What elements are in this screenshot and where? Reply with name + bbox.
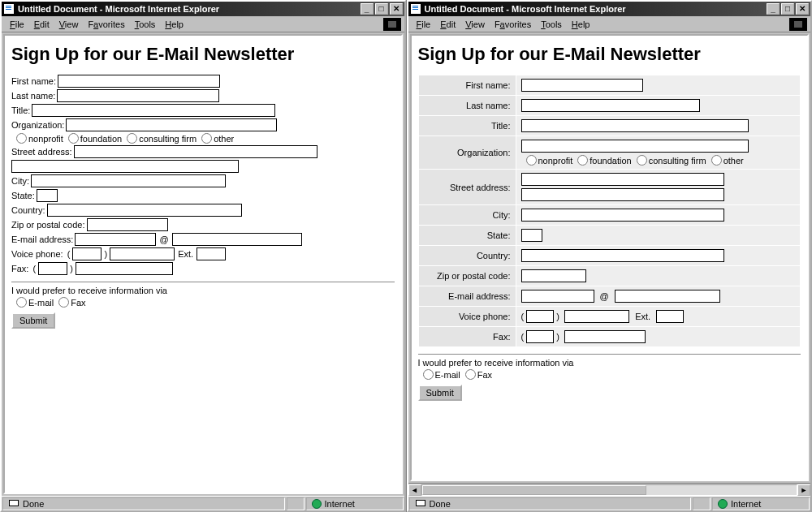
minimize-button[interactable]: _ — [361, 3, 374, 15]
zone-text: Internet — [325, 499, 355, 509]
first-name-input[interactable] — [58, 75, 220, 88]
menu-file[interactable]: File — [412, 19, 436, 30]
label-last-name: Last name: — [418, 96, 516, 116]
organization-input[interactable] — [521, 140, 749, 153]
street-input-2[interactable] — [521, 188, 724, 201]
scroll-track[interactable] — [421, 484, 798, 496]
fax-area-input[interactable] — [526, 330, 554, 343]
radio-pref-fax[interactable] — [58, 297, 69, 308]
submit-button[interactable]: Submit — [418, 385, 462, 401]
city-input[interactable] — [31, 174, 226, 187]
fax-area-input[interactable] — [38, 262, 67, 275]
menu-help[interactable]: Help — [567, 19, 595, 30]
fax-num-input[interactable] — [76, 262, 173, 275]
fax-num-input[interactable] — [564, 330, 646, 343]
org-type-group: nonprofit foundation consulting firm oth… — [11, 133, 395, 144]
horizontal-scrollbar[interactable]: ◄ ► — [408, 483, 811, 496]
menu-tools[interactable]: Tools — [130, 19, 161, 30]
email-user-input[interactable] — [75, 233, 156, 246]
zip-input[interactable] — [87, 218, 168, 231]
radio-pref-fax-label: Fax — [71, 298, 85, 308]
zip-input[interactable] — [521, 269, 586, 282]
label-fax: Fax: — [11, 264, 28, 273]
menu-view[interactable]: View — [460, 19, 490, 30]
radio-pref-email[interactable] — [16, 297, 27, 308]
titlebar[interactable]: Untitled Document - Microsoft Internet E… — [408, 2, 811, 16]
radio-pref-email-label: E-mail — [28, 298, 54, 308]
menu-tools[interactable]: Tools — [536, 19, 567, 30]
close-button[interactable]: ✕ — [390, 3, 403, 15]
radio-nonprofit[interactable] — [526, 155, 537, 166]
status-text: Done — [23, 499, 44, 509]
menu-view[interactable]: View — [54, 19, 84, 30]
state-input[interactable] — [37, 189, 58, 202]
submit-button[interactable]: Submit — [11, 312, 55, 329]
label-voice: Voice phone: — [11, 249, 63, 259]
voice-area-input[interactable] — [526, 310, 554, 323]
first-name-input[interactable] — [521, 79, 643, 92]
voice-num-input[interactable] — [564, 310, 629, 323]
menubar: File Edit View Favorites Tools Help — [408, 16, 811, 32]
page-icon — [415, 499, 426, 509]
close-button[interactable]: ✕ — [796, 3, 809, 15]
state-input[interactable] — [521, 229, 542, 242]
page-content: Sign Up for our E-Mail Newsletter First … — [410, 34, 810, 481]
scroll-left-button[interactable]: ◄ — [408, 484, 421, 496]
organization-input[interactable] — [66, 118, 277, 131]
voice-ext-input[interactable] — [656, 310, 684, 323]
label-organization: Organization: — [418, 136, 516, 170]
window-title: Untitled Document - Microsoft Internet E… — [18, 4, 361, 14]
radio-nonprofit[interactable] — [16, 133, 27, 144]
scroll-thumb[interactable] — [422, 485, 647, 495]
label-first-name: First name: — [11, 76, 56, 86]
minimize-button[interactable]: _ — [767, 3, 780, 15]
radio-foundation[interactable] — [68, 133, 79, 144]
last-name-input[interactable] — [521, 99, 700, 112]
street-input-1[interactable] — [74, 145, 317, 158]
email-at: @ — [159, 234, 168, 244]
titlebar[interactable]: Untitled Document - Microsoft Internet E… — [2, 2, 404, 16]
radio-other[interactable] — [711, 155, 722, 166]
menu-favorites[interactable]: Favorites — [490, 19, 536, 30]
email-domain-input[interactable] — [172, 233, 302, 246]
city-input[interactable] — [521, 209, 724, 222]
title-input[interactable] — [521, 119, 749, 132]
scroll-right-button[interactable]: ► — [797, 484, 810, 496]
radio-pref-fax[interactable] — [465, 369, 476, 380]
street-input-2[interactable] — [11, 160, 239, 173]
maximize-button[interactable]: □ — [375, 3, 388, 15]
label-city: City: — [11, 176, 29, 186]
label-ext: Ext. — [178, 249, 193, 259]
voice-num-input[interactable] — [110, 247, 175, 260]
menu-favorites[interactable]: Favorites — [83, 19, 129, 30]
menu-edit[interactable]: Edit — [29, 19, 54, 30]
street-input-1[interactable] — [521, 173, 724, 186]
window-left: Untitled Document - Microsoft Internet E… — [0, 0, 406, 512]
paren-open: ( — [65, 249, 73, 259]
radio-other[interactable] — [201, 133, 212, 144]
voice-area-input[interactable] — [72, 247, 102, 260]
country-input[interactable] — [521, 249, 724, 262]
voice-ext-input[interactable] — [197, 247, 226, 260]
radio-foundation-label: foundation — [590, 156, 631, 166]
email-user-input[interactable] — [521, 290, 594, 303]
ie-logo-icon — [383, 18, 401, 31]
last-name-input[interactable] — [57, 89, 219, 102]
country-input[interactable] — [47, 204, 242, 217]
label-city: City: — [418, 205, 516, 226]
radio-pref-email-label: E-mail — [435, 370, 460, 380]
maximize-button[interactable]: □ — [781, 3, 794, 15]
page-icon — [8, 499, 19, 509]
menu-file[interactable]: File — [5, 19, 29, 30]
menu-help[interactable]: Help — [160, 19, 188, 30]
globe-icon — [312, 499, 322, 509]
title-input[interactable] — [32, 104, 275, 117]
radio-consulting[interactable] — [127, 133, 137, 144]
radio-foundation[interactable] — [577, 155, 588, 166]
email-domain-input[interactable] — [615, 290, 720, 303]
menu-edit[interactable]: Edit — [435, 19, 460, 30]
label-email: E-mail address: — [418, 286, 516, 307]
radio-pref-email[interactable] — [423, 369, 434, 380]
radio-consulting[interactable] — [637, 155, 647, 166]
label-state: State: — [418, 226, 516, 246]
